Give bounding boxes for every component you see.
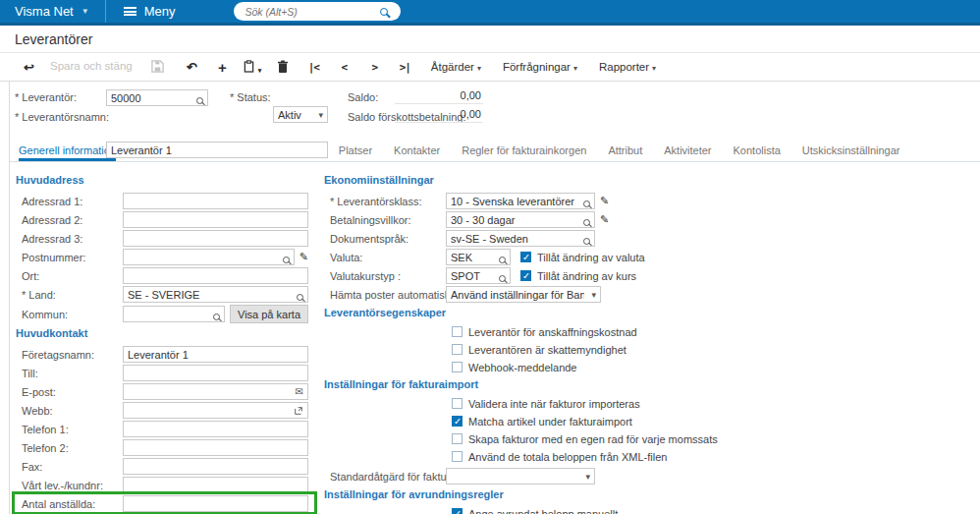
external-link-icon[interactable] bbox=[294, 406, 303, 418]
inquiries-menu[interactable]: Förfrågningar▾ bbox=[503, 61, 577, 73]
back-button[interactable]: ↩ bbox=[14, 61, 44, 74]
hamta-poster-select[interactable]: Använd inställningar för Bank/likvidhant… bbox=[446, 286, 601, 303]
lookup-icon[interactable] bbox=[297, 291, 303, 303]
epost-input[interactable] bbox=[124, 384, 307, 399]
standardatgard-select[interactable] bbox=[446, 468, 595, 485]
adressrad2-field[interactable] bbox=[123, 211, 308, 228]
lookup-icon[interactable] bbox=[499, 272, 506, 284]
lookup-icon[interactable] bbox=[213, 311, 220, 322]
allow-rate-change-checkbox[interactable]: Tillåt ändring av kurs bbox=[520, 269, 636, 282]
search-icon[interactable] bbox=[380, 8, 388, 16]
kommun-input[interactable] bbox=[124, 307, 224, 321]
reports-menu[interactable]: Rapporter▾ bbox=[599, 61, 656, 73]
checkbox-anskaffningskostnad[interactable]: Leverantör för anskaffningskostnad bbox=[452, 325, 689, 338]
telefon2-field[interactable] bbox=[123, 439, 308, 456]
save-and-close-button[interactable]: Spara och stäng bbox=[50, 61, 133, 73]
lookup-icon[interactable] bbox=[196, 94, 203, 106]
show-on-map-button[interactable]: Visa på karta bbox=[230, 305, 308, 323]
ort-input[interactable] bbox=[124, 268, 307, 283]
vendor-input[interactable] bbox=[107, 90, 207, 105]
checkbox-matcha-artikel[interactable]: Matcha artikel under fakturaimport bbox=[452, 415, 689, 428]
telefon1-input[interactable] bbox=[124, 422, 307, 436]
save-icon[interactable] bbox=[142, 60, 173, 75]
vendor-name-field[interactable] bbox=[106, 142, 328, 158]
checkbox-ange-avrundat[interactable]: Ange avrundat belopp manuellt bbox=[452, 507, 689, 514]
vendor-name-input[interactable] bbox=[107, 143, 327, 157]
checkbox-anvand-totala[interactable]: Använd de totala beloppen från XML-filen bbox=[452, 450, 689, 463]
adressrad1-input[interactable] bbox=[124, 194, 307, 208]
till-field[interactable] bbox=[123, 365, 308, 381]
lookup-icon[interactable] bbox=[283, 254, 290, 265]
tab-platser[interactable]: Platser bbox=[339, 144, 372, 161]
dokumentsprak-field[interactable] bbox=[446, 230, 595, 247]
previous-record-button[interactable]: < bbox=[329, 62, 359, 73]
telefon1-field[interactable] bbox=[123, 421, 308, 437]
adressrad3-input[interactable] bbox=[124, 231, 307, 246]
leverantorsklass-field[interactable] bbox=[446, 193, 595, 209]
add-record-button[interactable]: + bbox=[207, 60, 238, 75]
tab-generell-information[interactable]: Generell information bbox=[19, 144, 116, 161]
balance-label: Saldo: bbox=[348, 91, 378, 103]
status-select[interactable]: Aktiv bbox=[273, 106, 328, 123]
last-record-button[interactable]: >| bbox=[390, 62, 420, 73]
checkbox-skattemyndighet[interactable]: Leverantören är skattemyndighet bbox=[452, 343, 689, 356]
ort-field[interactable] bbox=[123, 267, 308, 284]
undo-button[interactable]: ↶ bbox=[177, 61, 207, 74]
postnummer-input[interactable] bbox=[124, 250, 294, 264]
edit-pencil-icon[interactable]: ✎ bbox=[600, 213, 609, 226]
global-search[interactable] bbox=[234, 2, 401, 21]
lookup-icon[interactable] bbox=[583, 198, 590, 209]
fax-field[interactable] bbox=[123, 458, 308, 475]
betalningsvillkor-field[interactable] bbox=[446, 211, 595, 228]
checkbox-validera-inte[interactable]: Validera inte när fakturor importeras bbox=[452, 397, 689, 410]
delete-button[interactable] bbox=[268, 60, 299, 75]
tab-utskicksinstallningar[interactable]: Utskicksinställningar bbox=[802, 144, 900, 161]
antal-anstallda-input[interactable] bbox=[124, 496, 307, 511]
brand-menu[interactable]: Visma Net ▼ bbox=[0, 4, 105, 19]
tab-kontolista[interactable]: Kontolista bbox=[734, 144, 781, 161]
valuta-field[interactable] bbox=[446, 249, 511, 265]
main-menu-button[interactable]: Meny bbox=[106, 4, 193, 19]
lookup-icon[interactable] bbox=[499, 254, 506, 265]
dokumentsprak-input[interactable] bbox=[447, 231, 594, 246]
foretagsnamn-field[interactable] bbox=[123, 346, 308, 363]
telefon2-input[interactable] bbox=[124, 440, 307, 455]
lookup-icon[interactable] bbox=[583, 235, 590, 247]
vart-lev-kundnr-input[interactable] bbox=[124, 478, 307, 492]
land-field[interactable] bbox=[123, 286, 308, 303]
antal-anstallda-field[interactable] bbox=[123, 495, 308, 512]
tab-kontakter[interactable]: Kontakter bbox=[394, 144, 440, 161]
tab-regler-for-fakturainkorgen[interactable]: Regler för fakturainkorgen bbox=[462, 144, 586, 161]
allow-currency-change-checkbox[interactable]: Tillåt ändring av valuta bbox=[520, 251, 645, 263]
tab-aktiviteter[interactable]: Aktiviteter bbox=[664, 144, 711, 161]
edit-pencil-icon[interactable]: ✎ bbox=[299, 251, 308, 263]
land-input[interactable] bbox=[124, 287, 307, 302]
actions-menu[interactable]: Åtgärder▾ bbox=[431, 61, 481, 73]
adressrad2-input[interactable] bbox=[124, 212, 307, 227]
till-input[interactable] bbox=[124, 366, 307, 380]
adressrad1-field[interactable] bbox=[123, 193, 308, 209]
foretagsnamn-input[interactable] bbox=[124, 347, 307, 362]
postnummer-field[interactable] bbox=[123, 249, 295, 265]
kommun-field[interactable] bbox=[123, 306, 225, 322]
epost-field[interactable]: ✉ bbox=[123, 383, 308, 400]
vart-lev-kundnr-field[interactable] bbox=[123, 477, 308, 493]
fax-input[interactable] bbox=[124, 459, 307, 474]
adressrad3-field[interactable] bbox=[123, 230, 308, 247]
vendor-field[interactable] bbox=[106, 89, 208, 106]
copy-paste-button[interactable]: ▾ bbox=[238, 60, 268, 75]
lookup-icon[interactable] bbox=[583, 216, 590, 228]
first-record-button[interactable]: |< bbox=[299, 62, 329, 73]
search-input[interactable] bbox=[243, 5, 380, 19]
webb-input[interactable] bbox=[124, 403, 307, 418]
tab-attribut[interactable]: Attribut bbox=[608, 144, 642, 161]
email-icon[interactable]: ✉ bbox=[296, 386, 303, 398]
edit-pencil-icon[interactable]: ✎ bbox=[600, 195, 609, 207]
checkbox-webhook[interactable]: Webhook-meddelande bbox=[452, 361, 689, 373]
leverantorsklass-input[interactable] bbox=[447, 194, 594, 208]
checkbox-skapa-fakturor[interactable]: Skapa fakturor med en egen rad för varje… bbox=[452, 432, 689, 445]
next-record-button[interactable]: > bbox=[359, 62, 390, 73]
betalningsvillkor-input[interactable] bbox=[447, 212, 594, 227]
valutakurstyp-field[interactable] bbox=[446, 267, 511, 284]
webb-field[interactable] bbox=[123, 402, 308, 419]
